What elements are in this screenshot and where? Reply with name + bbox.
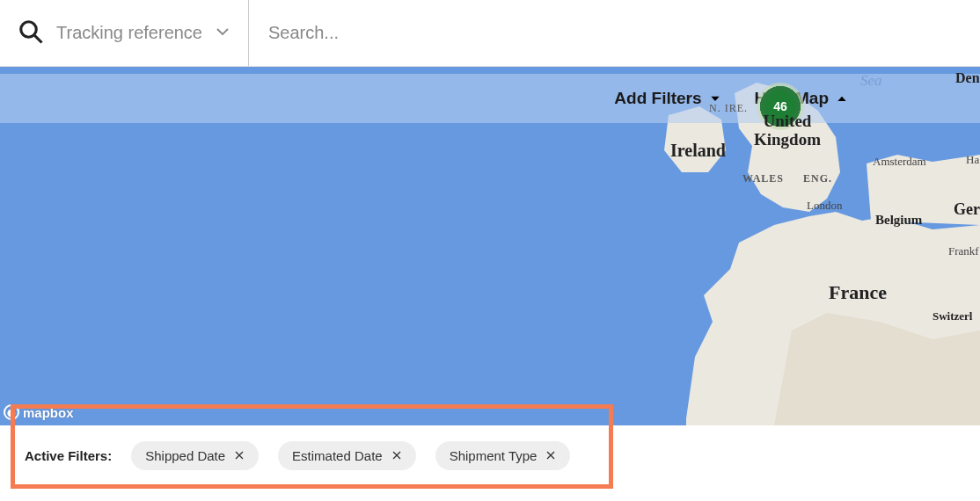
filter-chip-label: Shipment Type bbox=[450, 448, 538, 463]
map-cluster-marker[interactable]: 46 bbox=[757, 83, 804, 130]
mapbox-label: mapbox bbox=[23, 405, 74, 420]
filter-chip-label: Estimated Date bbox=[292, 448, 383, 463]
add-filters-label: Add Filters bbox=[614, 89, 701, 108]
close-icon[interactable] bbox=[391, 448, 402, 463]
search-type-label: Tracking reference bbox=[56, 23, 202, 43]
mapbox-logo-icon: ◐ bbox=[4, 404, 19, 420]
active-filters-bar: Active Filters: Shipped Date Estimated D… bbox=[0, 425, 980, 486]
filter-chip-shipped-date[interactable]: Shipped Date bbox=[131, 441, 259, 470]
active-filters-heading: Active Filters: bbox=[25, 448, 112, 463]
mapbox-attribution[interactable]: ◐ mapbox bbox=[4, 404, 74, 420]
close-icon[interactable] bbox=[545, 448, 556, 463]
svg-marker-3 bbox=[711, 97, 719, 101]
search-icon bbox=[18, 18, 44, 48]
filter-chip-estimated-date[interactable]: Estimated Date bbox=[278, 441, 416, 470]
search-input-wrap bbox=[249, 0, 980, 66]
filter-chip-shipment-type[interactable]: Shipment Type bbox=[435, 441, 571, 470]
filter-chip-label: Shipped Date bbox=[145, 448, 225, 463]
svg-marker-4 bbox=[837, 97, 845, 101]
marker-count: 46 bbox=[764, 91, 796, 122]
caret-down-icon bbox=[709, 92, 721, 105]
search-bar: Tracking reference bbox=[0, 0, 980, 67]
search-type-selector[interactable]: Tracking reference bbox=[0, 0, 249, 66]
caret-up-icon bbox=[836, 92, 848, 105]
add-filters-button[interactable]: Add Filters bbox=[614, 89, 720, 108]
map-area[interactable]: Add Filters Hide Map 46 Sea Den N. IRE. … bbox=[0, 67, 980, 425]
search-input[interactable] bbox=[268, 23, 961, 43]
svg-line-1 bbox=[34, 35, 41, 42]
map-controls: Add Filters Hide Map bbox=[0, 74, 980, 123]
chevron-down-icon bbox=[215, 24, 230, 43]
close-icon[interactable] bbox=[234, 448, 245, 463]
svg-point-0 bbox=[21, 21, 37, 37]
